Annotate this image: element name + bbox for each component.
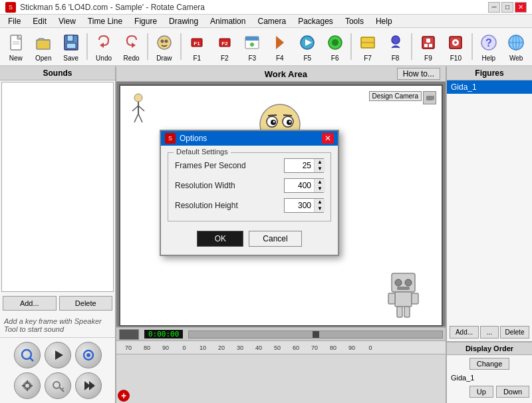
- svg-point-27: [392, 36, 400, 44]
- width-row: Resolution Width ▲ ▼: [175, 178, 324, 193]
- f5-label: F5: [303, 55, 311, 62]
- menu-drawing[interactable]: Drawing: [164, 15, 203, 27]
- svg-line-77: [138, 114, 142, 122]
- robot-figure: [385, 272, 422, 319]
- f7-button[interactable]: F7: [354, 29, 380, 64]
- menu-camera[interactable]: Camera: [252, 15, 291, 27]
- scrubber-handle[interactable]: [313, 331, 319, 338]
- timeline-add-button[interactable]: +: [118, 390, 130, 402]
- play-button[interactable]: [45, 342, 71, 368]
- height-up-button[interactable]: ▲: [315, 199, 325, 205]
- minimize-button[interactable]: ─: [488, 2, 500, 13]
- svg-rect-7: [66, 43, 76, 49]
- sounds-list: [1, 82, 114, 292]
- fps-arrows: ▲ ▼: [314, 159, 325, 172]
- down-button[interactable]: Down: [496, 386, 529, 398]
- web-button[interactable]: Web: [503, 29, 529, 64]
- up-button[interactable]: Up: [469, 386, 493, 398]
- figures-delete-button[interactable]: Delete: [500, 326, 529, 338]
- sounds-add-button[interactable]: Add...: [3, 296, 57, 311]
- save-button[interactable]: Save: [58, 29, 84, 64]
- f3-button[interactable]: F3: [239, 29, 265, 64]
- figure-item[interactable]: Gida_1: [447, 80, 532, 94]
- timeline-start-marker: [119, 329, 139, 340]
- ruler-mark: 40: [249, 344, 268, 351]
- fps-up-button[interactable]: ▲: [315, 159, 325, 166]
- timeline-tracks: +: [116, 354, 446, 403]
- figures-add-button[interactable]: Add...: [450, 326, 479, 338]
- menu-help[interactable]: Help: [370, 15, 398, 27]
- f2-button[interactable]: F2 F2: [211, 29, 237, 64]
- ruler-mark: 70: [305, 344, 324, 351]
- cancel-button[interactable]: Cancel: [249, 231, 301, 247]
- f3-icon: [241, 32, 263, 53]
- f6-button[interactable]: F6: [322, 29, 348, 64]
- f9-icon: [418, 32, 439, 53]
- undo-button[interactable]: Undo: [90, 29, 116, 64]
- new-button[interactable]: New: [3, 29, 29, 64]
- fps-down-button[interactable]: ▼: [315, 166, 325, 172]
- width-label: Resolution Width: [175, 181, 235, 190]
- web-label: Web: [509, 55, 523, 62]
- f1-button[interactable]: F1 F1: [184, 29, 210, 64]
- maximize-button[interactable]: □: [501, 2, 513, 13]
- f5-button[interactable]: F5: [294, 29, 320, 64]
- f1-label: F1: [193, 55, 201, 62]
- sounds-delete-button[interactable]: Delete: [59, 296, 113, 311]
- sep-3: [180, 33, 182, 60]
- menu-edit[interactable]: Edit: [27, 15, 52, 27]
- fps-input[interactable]: [285, 160, 314, 172]
- menu-figure[interactable]: Figure: [129, 15, 162, 27]
- menu-view[interactable]: View: [53, 15, 81, 27]
- sounds-buttons: Add... Delete: [0, 293, 115, 313]
- open-button[interactable]: Open: [30, 29, 56, 64]
- sep-1: [86, 33, 88, 60]
- f8-button[interactable]: F8: [382, 29, 408, 64]
- svg-rect-6: [67, 35, 73, 41]
- change-button[interactable]: Change: [469, 358, 510, 370]
- timeline-scrubber[interactable]: [188, 331, 443, 338]
- svg-point-11: [162, 41, 163, 42]
- f4-button[interactable]: F4: [267, 29, 293, 64]
- dialog-close-button[interactable]: ✕: [322, 133, 334, 144]
- settings-button[interactable]: [14, 372, 41, 399]
- height-label: Resolution Height: [175, 201, 238, 210]
- menu-timeline[interactable]: Time Line: [82, 15, 128, 27]
- f9-button[interactable]: F9: [415, 29, 441, 64]
- menubar: File Edit View Time Line Figure Drawing …: [0, 15, 532, 28]
- work-area-header: Work Area How to...: [116, 67, 446, 82]
- height-input[interactable]: [285, 200, 314, 211]
- svg-marker-56: [89, 381, 95, 390]
- height-down-button[interactable]: ▼: [315, 205, 325, 212]
- svg-line-65: [283, 115, 292, 116]
- svg-text:?: ?: [485, 37, 492, 49]
- play-forward-button[interactable]: [75, 372, 102, 399]
- howto-button[interactable]: How to...: [397, 68, 440, 80]
- figures-more-button[interactable]: ...: [480, 326, 499, 338]
- redo-icon: [121, 32, 142, 53]
- app-icon: S: [5, 2, 16, 13]
- key-button[interactable]: [45, 372, 71, 399]
- f10-label: F10: [450, 55, 462, 62]
- menu-packages[interactable]: Packages: [293, 15, 338, 27]
- svg-rect-4: [37, 40, 50, 49]
- redo-button[interactable]: Redo: [118, 29, 144, 64]
- width-up-button[interactable]: ▲: [315, 179, 325, 186]
- width-spinbox: ▲ ▼: [284, 178, 324, 193]
- menu-animation[interactable]: Animation: [205, 15, 251, 27]
- close-button[interactable]: ✕: [515, 2, 527, 13]
- f10-button[interactable]: F10: [443, 29, 469, 64]
- svg-text:F2: F2: [221, 41, 228, 47]
- width-down-button[interactable]: ▼: [315, 186, 325, 192]
- search-button[interactable]: [14, 342, 41, 368]
- menu-file[interactable]: File: [3, 15, 26, 27]
- record-button[interactable]: [75, 342, 102, 368]
- help-button[interactable]: ? Help: [475, 29, 501, 64]
- width-input[interactable]: [285, 180, 314, 192]
- display-order-header: Display Order: [447, 342, 532, 355]
- menu-tools[interactable]: Tools: [340, 15, 369, 27]
- svg-point-45: [86, 353, 90, 357]
- draw-button[interactable]: Draw: [151, 29, 177, 64]
- app-title: Stickman 5.6 'LO4D.com - Sample' - Rotat…: [20, 3, 205, 12]
- ok-button[interactable]: OK: [197, 231, 243, 247]
